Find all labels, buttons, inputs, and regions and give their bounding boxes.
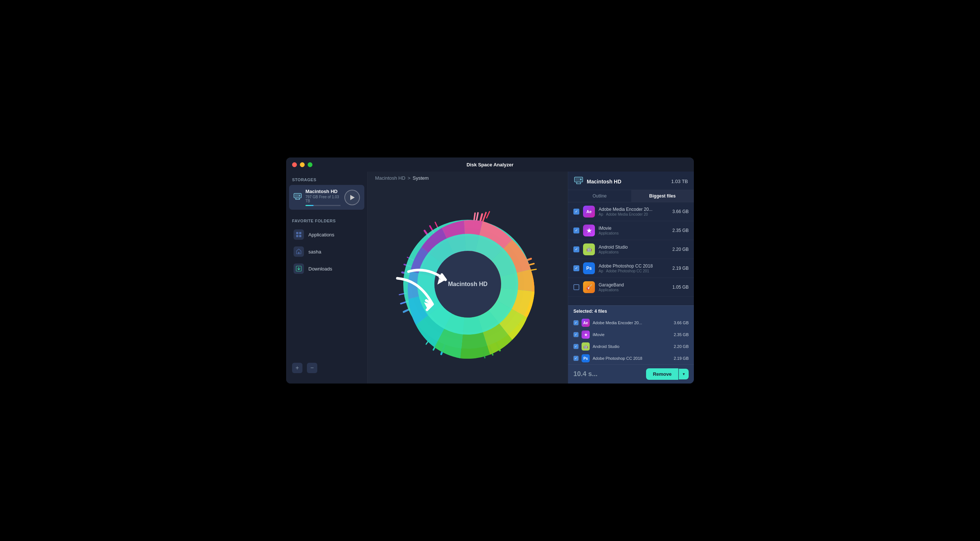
close-button[interactable] (292, 162, 297, 167)
selected-header: Selected: 4 files (568, 306, 694, 317)
svg-rect-7 (296, 232, 298, 234)
sel-checkbox-adobe[interactable] (573, 320, 579, 325)
garageband-icon: 🎸 (583, 281, 595, 293)
svg-rect-16 (482, 212, 487, 222)
breadcrumb-current: System (412, 175, 428, 181)
file-sub-imovie: Applications (598, 231, 669, 235)
sel-icon-imovie: ★ (582, 331, 590, 339)
file-item-garageband[interactable]: 🎸 GarageBand Applications 1.05 GB (568, 278, 694, 297)
disk-name: Macintosh HD (587, 178, 668, 185)
sel-name-android: Android Studio (593, 344, 671, 349)
files-list: Ae Adobe Media Encoder 20... Ap Adobe Me… (568, 202, 694, 306)
right-panel: Macintosh HD 1.03 TB Outline Biggest fil… (568, 172, 694, 383)
file-item-android-studio[interactable]: 🤖 Android Studio Applications 2.20 GB (568, 240, 694, 259)
add-folder-button[interactable]: + (292, 363, 302, 373)
file-info-imovie: iMovie Applications (598, 226, 669, 235)
photoshop-icon: Ps (583, 263, 595, 274)
sel-icon-adobe: Ae (582, 319, 590, 327)
file-sub-android-studio: Applications (598, 250, 669, 254)
sel-size-imovie: 2.35 GB (674, 333, 689, 337)
svg-point-45 (434, 251, 501, 318)
remove-folder-button[interactable]: − (307, 363, 317, 373)
sidebar-bottom: + − (286, 358, 368, 377)
right-tabs: Outline Biggest files (568, 190, 694, 202)
sidebar-item-applications[interactable]: Applications (288, 226, 366, 243)
file-name-photoshop: Adobe Photoshop CC 2018 (598, 263, 669, 269)
applications-icon (294, 229, 304, 240)
remove-dropdown-button[interactable]: ▾ (679, 369, 689, 379)
sel-name-imovie: iMovie (593, 333, 671, 337)
file-checkbox-garageband[interactable] (573, 284, 579, 290)
right-panel-header: Macintosh HD 1.03 TB (568, 172, 694, 190)
file-sub-garageband: Applications (598, 288, 669, 292)
chart-area[interactable]: Macintosh HD (368, 185, 568, 383)
breadcrumb-root: Macintosh HD (375, 175, 406, 181)
file-sub-photoshop: Ap Adobe Photoshop CC 201 (598, 269, 669, 273)
app-title: Disk Space Analyzer (467, 162, 514, 167)
sel-icon-android: 🤖 (582, 342, 590, 350)
sidebar-item-downloads-label: Downloads (309, 266, 332, 272)
file-item-imovie[interactable]: ★ iMovie Applications 2.35 GB (568, 221, 694, 240)
sel-checkbox-ps[interactable] (573, 356, 579, 361)
sidebar-item-downloads[interactable]: Downloads (288, 260, 366, 277)
file-checkbox-photoshop[interactable] (573, 265, 579, 271)
file-size-android-studio: 2.20 GB (672, 247, 689, 252)
tab-outline[interactable]: Outline (568, 190, 631, 202)
svg-rect-11 (298, 252, 299, 254)
file-checkbox-imovie[interactable] (573, 228, 579, 234)
maximize-button[interactable] (308, 162, 312, 167)
sel-size-android: 2.20 GB (674, 344, 689, 349)
scan-button[interactable] (344, 190, 360, 205)
storages-label: Storages (286, 178, 368, 185)
storage-drive-icon (294, 193, 302, 202)
sunburst-svg (386, 203, 549, 366)
storage-info: Macintosh HD 797 GB Free of 1.03 TB (305, 189, 340, 206)
file-checkbox-adobe-media[interactable] (573, 208, 579, 215)
sel-checkbox-imovie[interactable] (573, 332, 579, 337)
file-item-photoshop[interactable]: Ps Adobe Photoshop CC 2018 Ap Adobe Phot… (568, 259, 694, 278)
file-info-garageband: GarageBand Applications (598, 282, 669, 292)
android-studio-icon: 🤖 (583, 243, 595, 255)
disk-size: 1.03 TB (671, 178, 688, 184)
file-sub-adobe-media: Ap Adobe Media Encoder 20 (598, 212, 669, 216)
file-size-imovie: 2.35 GB (672, 228, 689, 233)
svg-marker-6 (350, 195, 355, 200)
downloads-icon (294, 263, 304, 274)
selected-item-adobe[interactable]: Ae Adobe Media Encoder 20... 3.66 GB (568, 317, 694, 329)
traffic-lights (292, 162, 312, 167)
center-area: Macintosh HD > System (368, 172, 568, 383)
file-size-garageband: 1.05 GB (672, 285, 689, 290)
selected-item-ps[interactable]: Ps Adobe Photoshop CC 2018 2.19 GB (568, 352, 694, 364)
selected-item-android[interactable]: 🤖 Android Studio 2.20 GB (568, 341, 694, 352)
storage-item-macintosh-hd[interactable]: Macintosh HD 797 GB Free of 1.03 TB (289, 185, 364, 210)
storage-free: 797 GB Free of 1.03 TB (305, 195, 340, 203)
selected-item-imovie[interactable]: ★ iMovie 2.35 GB (568, 329, 694, 341)
sasha-icon (294, 247, 304, 257)
sel-icon-ps: Ps (582, 354, 590, 363)
file-item-adobe-media[interactable]: Ae Adobe Media Encoder 20... Ap Adobe Me… (568, 202, 694, 221)
tab-biggest-files[interactable]: Biggest files (631, 190, 694, 202)
favorite-label: Favorite Folders (286, 219, 368, 226)
file-name-android-studio: Android Studio (598, 245, 669, 250)
file-info-android-studio: Android Studio Applications (598, 245, 669, 254)
breadcrumb: Macintosh HD > System (368, 172, 568, 185)
file-name-garageband: GarageBand (598, 282, 669, 288)
sidebar: Storages Macintosh HD 797 GB Free of 1.0… (286, 172, 368, 383)
sel-checkbox-android[interactable] (573, 344, 579, 349)
title-bar: Disk Space Analyzer (286, 158, 694, 172)
svg-rect-10 (299, 235, 301, 237)
sidebar-item-sasha[interactable]: sasha (288, 243, 366, 260)
favorite-folders-section: Favorite Folders Applications (286, 214, 368, 277)
storage-bar (305, 205, 340, 206)
main-content: Storages Macintosh HD 797 GB Free of 1.0… (286, 172, 694, 383)
sidebar-item-applications-label: Applications (309, 232, 334, 237)
svg-point-51 (580, 178, 582, 180)
minimize-button[interactable] (300, 162, 305, 167)
file-size-adobe-media: 3.66 GB (672, 209, 689, 214)
sunburst-chart[interactable]: Macintosh HD (386, 203, 549, 366)
file-checkbox-android-studio[interactable] (573, 247, 579, 252)
remove-button[interactable]: Remove (646, 368, 678, 380)
sidebar-item-sasha-label: sasha (309, 249, 321, 255)
file-size-photoshop: 2.19 GB (672, 266, 689, 271)
sel-name-ps: Adobe Photoshop CC 2018 (593, 356, 671, 361)
